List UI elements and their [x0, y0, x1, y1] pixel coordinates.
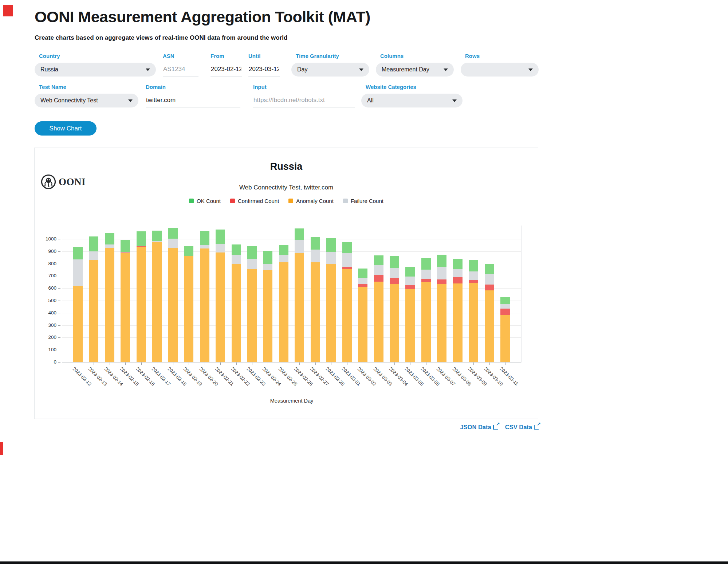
bar-segment-ok-count[interactable]	[152, 231, 162, 241]
bar-segment-anomaly-count[interactable]	[469, 283, 478, 362]
bar-segment-confirmed-count[interactable]	[500, 309, 510, 315]
bar-segment-failure-count[interactable]	[200, 245, 209, 248]
bar-segment-failure-count[interactable]	[295, 240, 304, 253]
bar-segment-failure-count[interactable]	[326, 252, 336, 264]
bar-segment-failure-count[interactable]	[311, 250, 320, 262]
bar-segment-failure-count[interactable]	[216, 244, 225, 252]
bar-segment-anomaly-count[interactable]	[89, 260, 98, 362]
bar-segment-ok-count[interactable]	[168, 228, 178, 239]
bar-segment-anomaly-count[interactable]	[342, 269, 352, 362]
bar-segment-anomaly-count[interactable]	[295, 253, 304, 362]
bar-segment-anomaly-count[interactable]	[485, 290, 494, 362]
bar-segment-anomaly-count[interactable]	[232, 264, 241, 362]
website-categories-select[interactable]: All	[361, 94, 463, 107]
bar-segment-confirmed-count[interactable]	[137, 246, 146, 247]
bar-segment-failure-count[interactable]	[469, 271, 478, 280]
asn-input[interactable]	[163, 63, 198, 77]
bar-segment-failure-count[interactable]	[232, 255, 241, 264]
bar-segment-confirmed-count[interactable]	[374, 275, 383, 282]
bar-segment-anomaly-count[interactable]	[500, 315, 510, 362]
show-chart-button[interactable]: Show Chart	[35, 121, 97, 136]
bar-segment-failure-count[interactable]	[453, 269, 463, 277]
bar-segment-ok-count[interactable]	[342, 242, 352, 252]
domain-input[interactable]	[146, 94, 240, 107]
bar-segment-anomaly-count[interactable]	[137, 247, 146, 362]
bar-segment-anomaly-count[interactable]	[374, 282, 383, 362]
bar-segment-ok-count[interactable]	[295, 228, 304, 240]
bar-segment-failure-count[interactable]	[437, 267, 446, 279]
input-url-input[interactable]	[253, 94, 355, 107]
bar-segment-failure-count[interactable]	[342, 253, 352, 267]
bar-segment-ok-count[interactable]	[453, 259, 463, 269]
bar-segment-failure-count[interactable]	[358, 278, 367, 284]
bar-segment-ok-count[interactable]	[358, 269, 367, 278]
bar-segment-ok-count[interactable]	[247, 246, 257, 259]
bar-segment-confirmed-count[interactable]	[342, 267, 352, 269]
json-data-link[interactable]: JSON Data	[460, 424, 497, 431]
bar-segment-anomaly-count[interactable]	[216, 252, 225, 362]
bar-segment-confirmed-count[interactable]	[469, 280, 478, 283]
until-date-input[interactable]	[248, 63, 280, 77]
bar-segment-failure-count[interactable]	[421, 270, 431, 279]
rows-select[interactable]	[461, 63, 539, 77]
bar-segment-failure-count[interactable]	[168, 239, 178, 248]
bar-segment-ok-count[interactable]	[437, 255, 446, 267]
columns-select[interactable]: Measurement Day	[376, 63, 454, 77]
bar-segment-failure-count[interactable]	[405, 277, 415, 285]
bar-segment-ok-count[interactable]	[105, 233, 114, 244]
bar-segment-failure-count[interactable]	[137, 246, 146, 246]
bar-segment-anomaly-count[interactable]	[453, 283, 463, 362]
bar-segment-anomaly-count[interactable]	[421, 282, 431, 362]
csv-data-link[interactable]: CSV Data	[505, 424, 539, 431]
bar-segment-confirmed-count[interactable]	[121, 252, 130, 253]
bar-segment-ok-count[interactable]	[263, 251, 272, 263]
bar-segment-confirmed-count[interactable]	[390, 278, 399, 284]
bar-segment-anomaly-count[interactable]	[279, 262, 288, 362]
country-select[interactable]: Russia	[35, 63, 156, 77]
bar-segment-ok-count[interactable]	[485, 264, 494, 274]
bar-segment-anomaly-count[interactable]	[168, 248, 178, 362]
bar-segment-failure-count[interactable]	[89, 251, 98, 260]
bar-segment-anomaly-count[interactable]	[326, 264, 336, 362]
bar-segment-anomaly-count[interactable]	[358, 287, 367, 362]
bar-segment-ok-count[interactable]	[73, 247, 83, 259]
bar-segment-confirmed-count[interactable]	[421, 279, 431, 282]
bar-segment-ok-count[interactable]	[374, 255, 383, 265]
bar-segment-anomaly-count[interactable]	[311, 262, 320, 362]
test-name-select[interactable]: Web Connectivity Test	[35, 94, 138, 107]
bar-segment-ok-count[interactable]	[89, 236, 98, 251]
bar-segment-failure-count[interactable]	[73, 259, 83, 286]
bar-segment-anomaly-count[interactable]	[437, 284, 446, 362]
bar-segment-ok-count[interactable]	[184, 246, 193, 256]
from-date-input[interactable]	[210, 63, 242, 77]
bar-segment-failure-count[interactable]	[263, 264, 272, 270]
bar-segment-confirmed-count[interactable]	[437, 279, 446, 284]
bar-segment-failure-count[interactable]	[390, 268, 399, 278]
bar-segment-ok-count[interactable]	[216, 230, 225, 244]
bar-segment-ok-count[interactable]	[390, 256, 399, 268]
bar-segment-ok-count[interactable]	[405, 267, 415, 277]
bar-segment-anomaly-count[interactable]	[184, 256, 193, 362]
bar-segment-confirmed-count[interactable]	[485, 285, 494, 290]
bar-segment-failure-count[interactable]	[279, 255, 288, 262]
bar-segment-anomaly-count[interactable]	[390, 284, 399, 362]
bar-segment-failure-count[interactable]	[152, 241, 162, 242]
bar-segment-ok-count[interactable]	[500, 297, 510, 304]
bar-segment-failure-count[interactable]	[247, 259, 257, 269]
bar-segment-anomaly-count[interactable]	[405, 289, 415, 362]
bar-segment-ok-count[interactable]	[200, 231, 209, 245]
bar-segment-anomaly-count[interactable]	[263, 270, 272, 362]
bar-segment-failure-count[interactable]	[500, 304, 510, 309]
bar-segment-confirmed-count[interactable]	[405, 285, 415, 289]
bar-segment-ok-count[interactable]	[311, 237, 320, 250]
bar-segment-ok-count[interactable]	[121, 240, 130, 252]
bar-segment-failure-count[interactable]	[184, 256, 193, 256]
bar-segment-confirmed-count[interactable]	[358, 284, 367, 287]
bar-segment-ok-count[interactable]	[232, 244, 241, 255]
bar-segment-failure-count[interactable]	[105, 244, 114, 248]
bar-segment-anomaly-count[interactable]	[247, 269, 257, 362]
time-granularity-select[interactable]: Day	[291, 63, 369, 77]
bar-segment-anomaly-count[interactable]	[105, 248, 114, 362]
bar-segment-anomaly-count[interactable]	[121, 253, 130, 362]
bar-segment-ok-count[interactable]	[137, 231, 146, 246]
